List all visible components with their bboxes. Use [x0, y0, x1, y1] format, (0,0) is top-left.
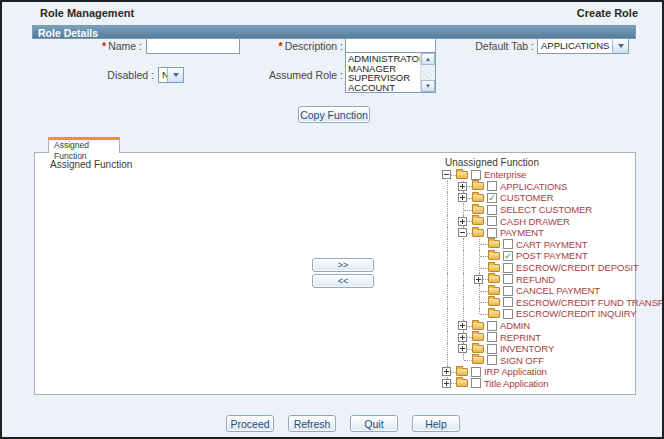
default-tab-select[interactable]: APPLICATIONS	[537, 38, 629, 54]
checkbox[interactable]	[487, 344, 497, 354]
disabled-select[interactable]: N	[158, 67, 184, 83]
tree-node-label[interactable]: SIGN OFF	[498, 355, 544, 366]
move-left-button[interactable]: <<	[312, 274, 374, 288]
tree-row: PAYMENT	[440, 227, 664, 239]
tree-node-label[interactable]: REPRINT	[498, 332, 541, 343]
scroll-up-icon[interactable]: ▲	[421, 53, 435, 65]
tree-node-label[interactable]: SELECT CUSTOMER	[498, 204, 592, 215]
dropdown-arrow-icon[interactable]	[612, 39, 628, 53]
tree-node-label[interactable]: APPLICATIONS	[498, 181, 567, 192]
tree-row: ESCROW/CREDIT FUND TRANSFER	[440, 297, 664, 309]
checkbox[interactable]	[503, 239, 513, 249]
collapse-icon[interactable]	[458, 228, 467, 237]
move-right-button[interactable]: >>	[312, 258, 374, 272]
checkbox[interactable]	[503, 274, 513, 284]
tree-node-label[interactable]: CASH DRAWER	[498, 216, 570, 227]
checkbox[interactable]	[487, 321, 497, 331]
tree-guide-line	[440, 355, 456, 367]
tree-node-label[interactable]: INVENTORY	[498, 343, 554, 354]
expand-icon[interactable]	[458, 182, 467, 191]
listbox-option[interactable]: ACCOUNT	[348, 83, 420, 93]
checkbox[interactable]	[471, 170, 481, 180]
quit-button[interactable]: Quit	[350, 415, 398, 432]
checkbox-checked[interactable]: ✓	[487, 193, 497, 203]
tree-guide-line	[440, 297, 456, 309]
checkbox-checked[interactable]: ✓	[503, 251, 513, 261]
tree-node-label[interactable]: PAYMENT	[498, 227, 544, 238]
checkbox[interactable]	[487, 181, 497, 191]
tree-connector	[472, 308, 488, 320]
refresh-button[interactable]: Refresh	[288, 415, 336, 432]
tree-node-label[interactable]: ESCROW/CREDIT FUND TRANSFER	[514, 297, 664, 308]
expand-icon[interactable]	[458, 217, 467, 226]
tree-row: ✓POST PAYMENT	[440, 250, 664, 262]
tree-node-label[interactable]: CUSTOMER	[498, 192, 553, 203]
tree-connector	[456, 204, 472, 216]
expand-icon[interactable]	[442, 367, 451, 376]
folder-icon	[472, 229, 484, 237]
name-input[interactable]	[146, 38, 240, 54]
tree-row: REPRINT	[440, 331, 664, 343]
checkbox[interactable]	[503, 297, 513, 307]
tree-guide-line	[440, 181, 456, 193]
assumed-role-label: Assumed Role :	[243, 69, 343, 81]
expand-icon[interactable]	[458, 344, 467, 353]
tree-guide-line	[440, 343, 456, 355]
assumed-role-options[interactable]: ADMINISTRATORMANAGERSUPERVISORACCOUNT	[346, 53, 420, 92]
checkbox[interactable]	[487, 205, 497, 215]
folder-icon	[456, 171, 468, 179]
checkbox[interactable]	[487, 228, 497, 238]
tree-guide-line	[440, 239, 456, 251]
tree-guide-line	[456, 250, 472, 262]
tree-node-label[interactable]: CANCEL PAYMENT	[514, 285, 600, 296]
help-button[interactable]: Help	[412, 415, 460, 432]
checkbox[interactable]	[503, 286, 513, 296]
expand-icon[interactable]	[458, 321, 467, 330]
tree-node-label[interactable]: IRP Application	[482, 366, 547, 377]
tree-node-label[interactable]: ADMIN	[498, 320, 530, 331]
tree-node-label[interactable]: REFUND	[514, 274, 555, 285]
dropdown-arrow-icon[interactable]	[167, 68, 183, 82]
folder-icon	[488, 287, 500, 295]
folder-icon	[488, 252, 500, 260]
tree-guide-line	[456, 297, 472, 309]
tree-node-label[interactable]: CART PAYMENT	[514, 239, 587, 250]
checkbox[interactable]	[487, 332, 497, 342]
expand-icon[interactable]	[474, 275, 483, 284]
tree-guide-line	[440, 285, 456, 297]
tree-row: CANCEL PAYMENT	[440, 285, 664, 297]
tree-guide-line	[440, 308, 456, 320]
expand-icon[interactable]	[458, 333, 467, 342]
listbox-scrollbar[interactable]: ▲ ▼	[420, 53, 435, 92]
checkbox[interactable]	[471, 367, 481, 377]
tree-node-label[interactable]: ESCROW/CREDIT INQUIRY	[514, 308, 637, 319]
copy-function-button[interactable]: Copy Function	[298, 106, 370, 123]
tab-assigned-function[interactable]: Assigned Function	[48, 137, 120, 153]
checkbox[interactable]	[503, 263, 513, 273]
assumed-role-listbox[interactable]: ADMINISTRATORMANAGERSUPERVISORACCOUNT ▲ …	[345, 52, 436, 93]
role-details-section-header: Role Details	[32, 25, 636, 39]
scroll-down-icon[interactable]: ▼	[421, 80, 435, 92]
scrollbar-track[interactable]	[421, 65, 435, 80]
expand-icon[interactable]	[442, 379, 451, 388]
tree-node-label[interactable]: Enterprise	[482, 169, 526, 180]
checkbox[interactable]	[503, 309, 513, 319]
tree-guide-line	[440, 262, 456, 274]
collapse-icon[interactable]	[442, 170, 451, 179]
checkbox[interactable]	[471, 378, 481, 388]
expand-icon[interactable]	[458, 193, 467, 202]
tree-guide-line	[440, 204, 456, 216]
tree-guide-line	[440, 215, 456, 227]
checkbox[interactable]	[487, 216, 497, 226]
tree-guide-line	[456, 262, 472, 274]
checkbox[interactable]	[487, 355, 497, 365]
tree-guide-line	[440, 273, 456, 285]
disabled-label: Disabled :	[62, 69, 154, 81]
tree-guide-line	[440, 250, 456, 262]
tree-node-label[interactable]: Title Application	[482, 378, 549, 389]
tree-node-label[interactable]: POST PAYMENT	[514, 250, 588, 261]
tree-node-label[interactable]: ESCROW/CREDIT DEPOSIT	[514, 262, 639, 273]
tree-row: Title Application	[440, 378, 664, 390]
proceed-button[interactable]: Proceed	[226, 415, 274, 432]
folder-icon	[488, 310, 500, 318]
